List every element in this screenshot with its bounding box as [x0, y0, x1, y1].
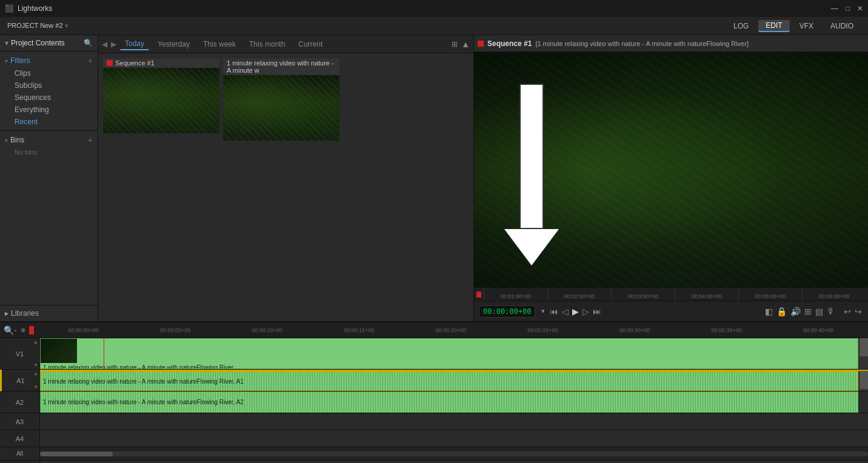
audio-lock-icon[interactable]: 🔒 [775, 307, 788, 316]
tl-scrollbar-thumb[interactable] [40, 451, 113, 456]
track-label-v1[interactable]: V1 ▲ ▼ [0, 338, 39, 370]
media-label-clip: 1 minute relaxing video with nature - A … [223, 58, 339, 75]
app-name: Lightworks [18, 4, 52, 13]
tl-playhead-marker [29, 326, 34, 335]
sidebar-item-sequences[interactable]: Sequences [0, 92, 98, 104]
loop2-icon[interactable]: ↪ [853, 307, 863, 316]
v1-scrollbar[interactable] [860, 338, 868, 369]
nav-back-icon[interactable]: ◀ [102, 40, 107, 48]
filters-add-icon[interactable]: + [88, 56, 93, 65]
arrow-head [504, 229, 559, 265]
timeline-topbar: 🔍- ⊕ 00:00:00+00 00:00:05+00 00:00:10+00… [0, 322, 868, 338]
step-forward-icon[interactable]: ▷ [581, 307, 590, 316]
track-label-a1[interactable]: A1 ▲ ▼ [0, 370, 39, 391]
sequence-thumbnail[interactable] [103, 68, 219, 133]
a2-clip[interactable]: 1 minute relaxing video with nature - A … [40, 391, 858, 413]
window-controls[interactable]: — □ ✕ [831, 4, 863, 13]
bins-header[interactable]: ▾ Bins + [0, 133, 98, 147]
v1-clip[interactable]: 1 minute relaxing video with nature - A … [40, 338, 858, 369]
search-icon[interactable]: 🔍 [84, 39, 93, 47]
track-a1[interactable]: 1 minute relaxing video with nature - A … [40, 370, 868, 391]
close-icon[interactable]: ✕ [857, 4, 863, 13]
minimize-icon[interactable]: — [831, 4, 838, 13]
v1-scroll-dn[interactable]: ▼ [33, 362, 38, 368]
tl-mark-2: 00:00:10+00 [221, 327, 313, 333]
waveform-icon[interactable]: ▤ [814, 307, 824, 316]
sidebar-item-subclips[interactable]: Subclips [0, 79, 98, 92]
panel-up-icon[interactable]: ▲ [461, 39, 470, 49]
step-back-icon[interactable]: ◁ [561, 307, 570, 316]
maximize-icon[interactable]: □ [846, 4, 850, 13]
track-label-all[interactable]: All [0, 447, 39, 461]
play-icon[interactable]: ▶ [571, 307, 580, 316]
a1-clip[interactable]: 1 minute relaxing video with nature - A … [40, 371, 858, 391]
fullscreen-icon[interactable]: ⊞ [803, 307, 813, 316]
track-a2[interactable]: 1 minute relaxing video with nature - A … [40, 391, 868, 413]
preview-clip-label: [1 minute relaxing video with nature - A… [535, 40, 749, 47]
filters-chevron: ▾ [5, 58, 8, 64]
v1-scrollbar-thumb[interactable] [860, 338, 868, 356]
mic-icon[interactable]: 🎙 [826, 307, 836, 316]
sidebar-item-recent[interactable]: Recent [0, 116, 98, 128]
tab-log[interactable]: LOG [726, 20, 756, 32]
a1-scroll-dn[interactable]: ▼ [33, 384, 38, 390]
media-item-clip[interactable]: 1 minute relaxing video with nature - A … [223, 58, 339, 141]
timecode-display: 00:00:00+00 [479, 305, 535, 318]
track-label-a4[interactable]: A4 [0, 430, 39, 447]
go-start-icon[interactable]: ⏮ [549, 307, 559, 316]
tab-vfx[interactable]: VFX [792, 20, 821, 32]
date-tab-current[interactable]: Current [293, 39, 327, 50]
app-icon: ⬛ [5, 4, 14, 13]
tab-edit[interactable]: EDIT [758, 20, 789, 32]
a2-waveform [41, 392, 858, 412]
project-topbar: ◀ ▶ Today Yesterday This week This month… [98, 35, 473, 53]
timecode-dropdown[interactable]: ▾ [541, 307, 545, 315]
a1-scrollbar[interactable] [860, 371, 868, 391]
audio-in-icon[interactable]: ◧ [764, 307, 774, 316]
audio-speaker-icon[interactable]: 🔊 [789, 307, 802, 316]
sidebar: ▾ Project Contents 🔍 ▾ Filters + Clips S… [0, 35, 98, 321]
loop-icon[interactable]: ↩ [843, 307, 852, 316]
grid-view-icon[interactable]: ⊞ [452, 40, 458, 48]
sidebar-header: ▾ Project Contents 🔍 [0, 35, 98, 52]
date-tab-today[interactable]: Today [120, 38, 149, 50]
v1-label: V1 [16, 350, 24, 358]
zoom-in-icon[interactable]: ⊕ [21, 327, 25, 333]
date-tab-thisweek[interactable]: This week [198, 39, 241, 50]
track-v1[interactable]: 1 minute relaxing video with nature - A … [40, 338, 868, 370]
libraries-chevron: ▸ [5, 309, 8, 318]
bins-add-icon[interactable]: + [88, 135, 93, 145]
sidebar-item-clips[interactable]: Clips [0, 67, 98, 79]
media-item-sequence[interactable]: Sequence #1 [103, 58, 219, 141]
ruler-mark-4: 00:05:00+00 [738, 288, 802, 301]
v1-scroll-up[interactable]: ▲ [33, 339, 38, 345]
a1-scroll-up[interactable]: ▲ [33, 371, 38, 376]
zoom-out-icon[interactable]: 🔍- [4, 325, 17, 335]
media-label-sequence: Sequence #1 [103, 58, 219, 68]
filters-header[interactable]: ▾ Filters + [0, 54, 98, 67]
a1-label: A1 [16, 377, 24, 384]
tl-scrollbar-track[interactable] [40, 451, 868, 456]
transport-controls: ⏮ ◁ ▶ ▷ ⏭ [549, 307, 603, 316]
go-end-icon[interactable]: ⏭ [592, 307, 603, 316]
clip-thumbnail[interactable] [223, 75, 339, 141]
track-label-a3[interactable]: A3 [0, 413, 39, 430]
project-name[interactable]: New #2 [40, 22, 62, 29]
a1-waveform [41, 372, 858, 390]
tab-audio[interactable]: AUDIO [823, 20, 861, 32]
sidebar-title: Project Contents [11, 39, 84, 47]
track-a4[interactable] [40, 430, 868, 447]
ruler-mark-5: 00:06:00+00 [802, 288, 866, 301]
sidebar-item-everything[interactable]: Everything [0, 104, 98, 116]
libraries-item[interactable]: ▸ Libraries [0, 305, 98, 321]
bins-chevron: ▾ [5, 137, 8, 144]
a1-scrollbar-thumb[interactable] [860, 371, 868, 389]
track-label-a2[interactable]: A2 [0, 391, 39, 413]
ruler-mark-1: 00:02:00+00 [547, 288, 611, 301]
date-tab-thismonth[interactable]: This month [244, 39, 290, 50]
preview-controls: 00:00:00+00 ▾ ⏮ ◁ ▶ ▷ ⏭ ◧ 🔒 🔊 ⊞ ▤ 🎙 ↩ ↪ [474, 301, 868, 321]
date-tab-yesterday[interactable]: Yesterday [153, 39, 195, 50]
nav-forward-icon[interactable]: ▶ [111, 40, 116, 48]
a2-label: A2 [16, 399, 24, 406]
track-a3[interactable] [40, 413, 868, 430]
